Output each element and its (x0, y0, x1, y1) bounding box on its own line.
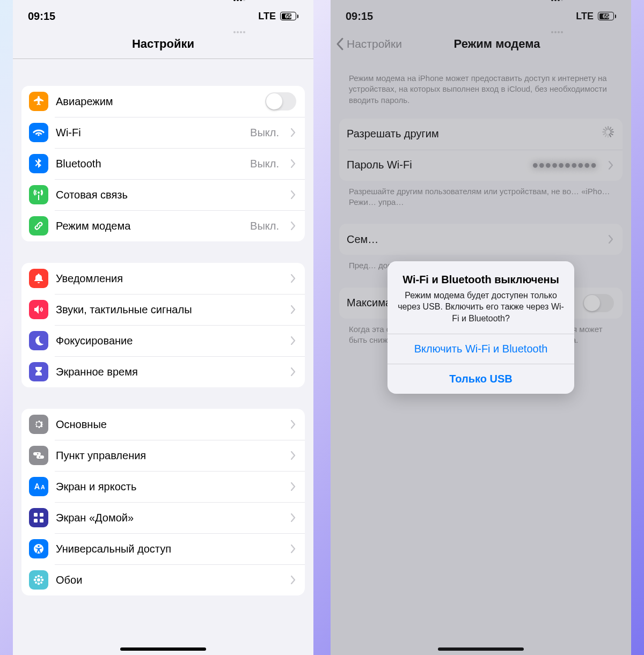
alert-title: Wi-Fi и Bluetooth выключены (397, 273, 565, 286)
row-label: Звуки, тактильные сигналы (56, 304, 283, 316)
row-label: Уведомления (56, 273, 283, 285)
row-label: Сотовая связь (56, 189, 283, 201)
row-label: Авиарежим (56, 95, 258, 108)
row-label: Экран «Домой» (56, 512, 283, 524)
row-label: Wi-Fi (56, 127, 243, 139)
row-label: Обои (56, 574, 283, 586)
chevron-right-icon (291, 336, 296, 345)
settings-group-notifications: УведомленияЗвуки, тактильные сигналыФоку… (21, 263, 305, 387)
alert-dialog: Wi-Fi и Bluetooth выключены Режим модема… (387, 261, 574, 394)
settings-list[interactable]: АвиарежимWi-FiВыкл.BluetoothВыкл.Сотовая… (13, 59, 313, 655)
moon-icon (29, 331, 48, 350)
bell-icon (29, 269, 48, 288)
page-title: Настройки (132, 37, 194, 51)
chevron-right-icon (291, 222, 296, 230)
antenna-icon (29, 185, 48, 204)
textsize-icon (29, 477, 48, 496)
hotspot-screen: 09:15 LTE 65 Настройки Режим модема Режи… (331, 0, 631, 655)
chevron-right-icon (291, 190, 296, 199)
link-icon (29, 216, 48, 235)
chevron-right-icon (291, 274, 296, 283)
toggle-airplane[interactable] (265, 92, 296, 111)
alert-backdrop: Wi-Fi и Bluetooth выключены Режим модема… (331, 0, 631, 655)
airplane-icon (29, 92, 48, 111)
chevron-right-icon (291, 128, 296, 137)
nav-bar: Настройки (13, 29, 313, 59)
settings-group-connectivity: АвиарежимWi-FiВыкл.BluetoothВыкл.Сотовая… (21, 86, 305, 241)
status-bar: 09:15 LTE 65 (13, 0, 313, 29)
row-label: Bluetooth (56, 158, 243, 170)
speaker-icon (29, 300, 48, 319)
status-network: LTE (258, 11, 276, 22)
row-bluetooth[interactable]: BluetoothВыкл. (21, 148, 305, 179)
chevron-right-icon (291, 576, 296, 584)
row-wallpaper[interactable]: Обои (21, 564, 305, 595)
alert-button-usb-only[interactable]: Только USB (387, 364, 574, 394)
row-hotspot[interactable]: Режим модемаВыкл. (21, 210, 305, 241)
hourglass-icon (29, 362, 48, 381)
home-indicator[interactable] (120, 647, 206, 651)
grid-icon (29, 508, 48, 527)
row-label: Пункт управления (56, 450, 283, 462)
wifi-icon (29, 123, 48, 142)
alert-button-enable[interactable]: Включить Wi-Fi и Bluetooth (387, 334, 574, 364)
accessibility-icon (29, 539, 48, 558)
chevron-right-icon (291, 544, 296, 553)
row-label: Фокусирование (56, 335, 283, 347)
row-display[interactable]: Экран и яркость (21, 471, 305, 502)
row-airplane[interactable]: Авиарежим (21, 86, 305, 117)
row-homescreen[interactable]: Экран «Домой» (21, 502, 305, 533)
row-controlcenter[interactable]: Пункт управления (21, 440, 305, 471)
chevron-right-icon (291, 159, 296, 168)
settings-group-general: ОсновныеПункт управленияЭкран и яркостьЭ… (21, 409, 305, 595)
row-screentime[interactable]: Экранное время (21, 356, 305, 387)
chevron-right-icon (291, 451, 296, 460)
row-sounds[interactable]: Звуки, тактильные сигналы (21, 294, 305, 325)
row-value: Выкл. (250, 127, 279, 139)
gear-icon (29, 415, 48, 434)
row-label: Универсальный доступ (56, 543, 283, 555)
chevron-right-icon (291, 482, 296, 491)
row-value: Выкл. (250, 220, 279, 232)
row-notifications[interactable]: Уведомления (21, 263, 305, 294)
row-value: Выкл. (250, 158, 279, 170)
row-cellular[interactable]: Сотовая связь (21, 179, 305, 210)
chevron-right-icon (291, 513, 296, 522)
row-label: Экранное время (56, 366, 283, 378)
row-general[interactable]: Основные (21, 409, 305, 440)
row-focus[interactable]: Фокусирование (21, 325, 305, 356)
bluetooth-icon (29, 154, 48, 173)
battery-icon: 65 (280, 12, 298, 20)
chevron-right-icon (291, 367, 296, 376)
row-label: Режим модема (56, 220, 243, 232)
flower-icon (29, 570, 48, 590)
row-label: Основные (56, 418, 283, 431)
chevron-right-icon (291, 420, 296, 429)
row-wifi[interactable]: Wi-FiВыкл. (21, 117, 305, 148)
row-accessibility[interactable]: Универсальный доступ (21, 533, 305, 564)
status-time: 09:15 (28, 10, 55, 23)
settings-screen: 09:15 LTE 65 Настройки АвиарежимWi-FiВык… (13, 0, 313, 655)
switches-icon (29, 446, 48, 465)
alert-message: Режим модема будет доступен только через… (397, 290, 565, 325)
chevron-right-icon (291, 305, 296, 314)
row-label: Экран и яркость (56, 481, 283, 493)
